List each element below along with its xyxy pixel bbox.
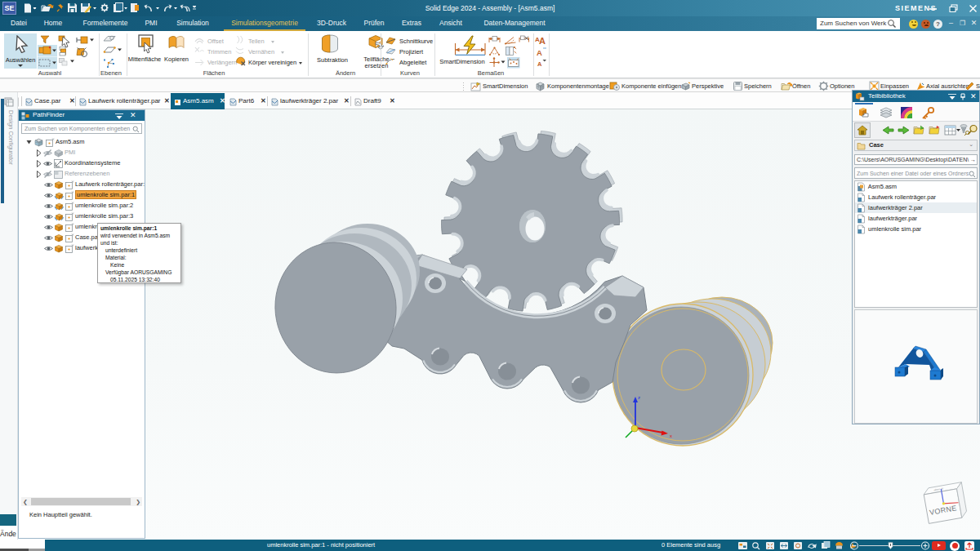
svg-text:z: z xyxy=(638,395,640,400)
svg-text:A: A xyxy=(537,48,542,57)
svg-text:A: A xyxy=(537,60,542,68)
svg-text:x: x xyxy=(670,433,672,438)
svg-text:A: A xyxy=(539,36,546,46)
